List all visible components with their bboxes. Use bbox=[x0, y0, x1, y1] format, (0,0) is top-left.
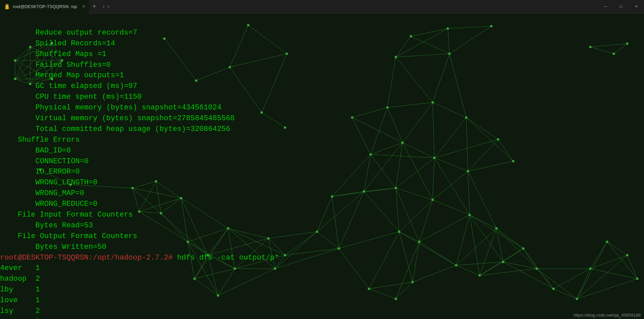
new-tab-button[interactable]: + bbox=[89, 3, 100, 10]
terminal-line-21: Bytes Written=50 bbox=[0, 243, 106, 251]
close-button[interactable]: × bbox=[629, 0, 644, 13]
output-line-4: love 1 bbox=[0, 296, 40, 305]
terminal-line-10: Total committed heap usage (bytes)=32086… bbox=[0, 125, 230, 133]
svg-point-4 bbox=[6, 6, 8, 7]
active-tab[interactable]: root@DESKTOP-TSQQRSN: /op × bbox=[0, 0, 89, 13]
prompt-path: :/opt/hadoop-2.7.2# bbox=[89, 254, 173, 262]
prompt-cmd: hdfs dfs -cat output/p* bbox=[173, 254, 279, 262]
output-line-6: root 2 bbox=[0, 318, 40, 319]
output-line-3: lby 1 bbox=[0, 285, 40, 294]
terminal-line-6: GC time elapsed (ms)=97 bbox=[0, 82, 137, 90]
terminal-line-18: File Input Format Counters bbox=[0, 211, 133, 219]
prompt-user: root@DESKTOP-TSQQRSN bbox=[0, 254, 89, 262]
terminal-line-2: Spilled Records=14 bbox=[0, 39, 115, 48]
maximize-button[interactable]: □ bbox=[613, 0, 629, 13]
tab-title: root@DESKTOP-TSQQRSN: /op bbox=[13, 4, 77, 9]
terminal-line-1: Reduce output records=7 bbox=[0, 29, 137, 37]
terminal-line-20: File Output Format Counters bbox=[0, 232, 137, 240]
output-line-2: hadoop 2 bbox=[0, 275, 40, 283]
tab-next-icon[interactable]: › bbox=[107, 4, 110, 10]
terminal-line-4: Failed Shuffles=0 bbox=[0, 61, 111, 69]
url-bar: https://blog.csdn.net/qq_45859188 bbox=[574, 313, 641, 318]
terminal-line-14: IO_ERROR=0 bbox=[0, 168, 80, 176]
terminal-line-12: BAD_ID=0 bbox=[0, 146, 71, 155]
terminal[interactable]: Reduce output records=7 Spilled Records=… bbox=[0, 13, 644, 319]
minimize-button[interactable]: ─ bbox=[598, 0, 613, 13]
terminal-line-19: Bytes Read=53 bbox=[0, 221, 93, 230]
terminal-output: Reduce output records=7 Spilled Records=… bbox=[0, 13, 279, 319]
terminal-line-3: Shuffled Maps =1 bbox=[0, 50, 106, 58]
terminal-line-13: CONNECTION=0 bbox=[0, 157, 89, 166]
terminal-line-15: WRONG_LENGTH=0 bbox=[0, 178, 97, 187]
svg-point-3 bbox=[7, 5, 8, 5]
terminal-line-16: WRONG_MAP=0 bbox=[0, 189, 84, 197]
terminal-line-5: Merged Map outputs=1 bbox=[0, 71, 124, 80]
terminal-line-8: Physical memory (bytes) snapshot=4345610… bbox=[0, 103, 221, 112]
prompt-line: root@DESKTOP-TSQQRSN:/opt/hadoop-2.7.2# … bbox=[0, 254, 279, 262]
terminal-line-17: WRONG_REDUCE=0 bbox=[0, 200, 97, 208]
terminal-line-9: Virtual memory (bytes) snapshot=27858454… bbox=[0, 114, 235, 123]
terminal-line-11: Shuffle Errors bbox=[0, 136, 80, 144]
tab-nav: ‹ › bbox=[100, 4, 113, 10]
output-line-5: lsy 2 bbox=[0, 307, 40, 315]
terminal-line-7: CPU time spent (ms)=1150 bbox=[0, 93, 142, 101]
svg-point-1 bbox=[5, 7, 9, 9]
output-line-1: 4ever 1 bbox=[0, 264, 40, 272]
window-controls: ─ □ × bbox=[598, 0, 644, 13]
linux-icon bbox=[4, 4, 10, 10]
tab-close-icon[interactable]: × bbox=[82, 4, 85, 9]
svg-point-2 bbox=[6, 5, 7, 5]
tab-area: root@DESKTOP-TSQQRSN: /op × + ‹ › bbox=[0, 0, 598, 13]
titlebar: root@DESKTOP-TSQQRSN: /op × + ‹ › ─ □ × bbox=[0, 0, 644, 13]
tab-prev-icon[interactable]: ‹ bbox=[102, 4, 106, 10]
